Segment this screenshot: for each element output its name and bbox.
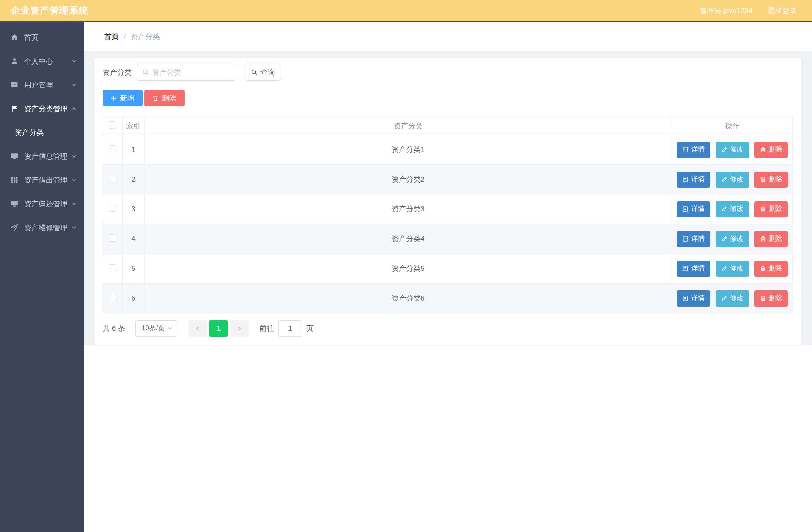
sidebar-subitem-asset-category[interactable]: 资产分类 (0, 121, 84, 144)
col-header-actions: 操作 (672, 117, 793, 135)
monitor-icon (10, 152, 19, 160)
delete-button[interactable]: 删除 (754, 172, 788, 188)
detail-button[interactable]: 详情 (677, 290, 710, 307)
search-icon (142, 69, 149, 76)
delete-button[interactable]: 删除 (754, 231, 788, 247)
pen-icon (721, 206, 728, 212)
batch-delete-button[interactable]: 删除 (144, 90, 185, 106)
app-title: 企业资产管理系统 (11, 4, 89, 17)
row-category: 资产分类2 (145, 165, 672, 194)
row-category: 资产分类5 (145, 254, 672, 284)
sidebar: 首页 个人中心 用户管理 资产分类管理 (0, 22, 84, 532)
table-row: 1 资产分类1 详情 修改 删除 (103, 135, 793, 165)
page-number-button[interactable]: 1 (209, 320, 228, 337)
document-icon (682, 265, 689, 272)
sidebar-item-asset-category-management[interactable]: 资产分类管理 (0, 97, 84, 121)
page-size-select[interactable]: 10条/页 (135, 320, 177, 337)
next-page-button[interactable] (230, 320, 249, 337)
sidebar-item-asset-info-management[interactable]: 资产信息管理 (0, 144, 84, 168)
sidebar-item-home[interactable]: 首页 (0, 25, 84, 49)
goto-page-input[interactable]: 1 (278, 320, 302, 337)
search-input[interactable]: 资产分类 (137, 64, 235, 81)
sidebar-item-label: 资产归还管理 (24, 199, 67, 209)
logout-link[interactable]: 退出登录 (768, 6, 797, 16)
goto-label: 前往 (260, 324, 274, 333)
detail-button[interactable]: 详情 (677, 201, 710, 217)
row-index: 6 (123, 284, 145, 313)
sidebar-item-label: 资产借出管理 (24, 175, 67, 185)
edit-button[interactable]: 修改 (716, 290, 749, 307)
current-user-label: 管理员 java1234 (700, 6, 753, 16)
row-checkbox[interactable] (109, 175, 116, 182)
home-icon (10, 33, 19, 42)
chat-icon (10, 81, 19, 89)
edit-button[interactable]: 修改 (716, 231, 749, 247)
table-row: 4 资产分类4 详情 修改 删除 (103, 224, 793, 254)
sidebar-item-asset-repair-management[interactable]: 资产维修管理 (0, 216, 84, 239)
delete-button[interactable]: 删除 (754, 142, 788, 158)
col-header-category: 资产分类 (145, 117, 672, 135)
sidebar-item-label: 资产信息管理 (24, 152, 67, 161)
breadcrumb-home-link[interactable]: 首页 (104, 32, 119, 42)
sidebar-item-label: 个人中心 (24, 56, 53, 66)
add-button[interactable]: 新增 (103, 90, 143, 106)
query-button[interactable]: 查询 (245, 64, 281, 81)
row-category: 资产分类4 (145, 224, 672, 254)
row-index: 4 (123, 224, 145, 254)
sidebar-item-asset-lend-management[interactable]: 资产借出管理 (0, 168, 84, 192)
row-checkbox[interactable] (109, 205, 116, 212)
trash-icon (760, 265, 766, 272)
grid-icon (10, 176, 19, 184)
edit-button[interactable]: 修改 (716, 201, 749, 217)
detail-button[interactable]: 详情 (677, 142, 710, 158)
pen-icon (721, 146, 728, 153)
trash-icon (760, 176, 766, 183)
detail-button[interactable]: 详情 (677, 231, 710, 247)
col-header-index: 索引 (123, 117, 145, 135)
prev-page-button[interactable] (188, 320, 207, 337)
flag-icon (10, 104, 19, 113)
asset-category-card: 资产分类 资产分类 查询 (94, 58, 801, 345)
row-index: 3 (123, 194, 145, 224)
pen-icon (721, 236, 728, 242)
row-category: 资产分类1 (145, 135, 672, 165)
chevron-down-icon (71, 58, 77, 64)
edit-button[interactable]: 修改 (716, 142, 749, 158)
display-icon (10, 200, 19, 208)
row-category: 资产分类3 (145, 194, 672, 224)
sidebar-item-personal-center[interactable]: 个人中心 (0, 49, 84, 73)
edit-button[interactable]: 修改 (716, 261, 749, 277)
page-unit-label: 页 (306, 324, 314, 333)
row-checkbox[interactable] (109, 264, 116, 271)
trash-icon (760, 295, 766, 301)
row-checkbox[interactable] (109, 145, 116, 152)
chevron-right-icon (236, 326, 242, 332)
pen-icon (721, 295, 728, 301)
detail-button[interactable]: 详情 (677, 172, 710, 188)
row-checkbox[interactable] (109, 234, 116, 242)
document-icon (682, 176, 689, 183)
pagination: 共 6 条 10条/页 1 前往 (103, 320, 793, 337)
row-index: 1 (123, 135, 145, 165)
edit-button[interactable]: 修改 (716, 172, 749, 188)
trash-icon (760, 236, 766, 242)
chevron-down-icon (71, 177, 77, 183)
sidebar-item-asset-return-management[interactable]: 资产归还管理 (0, 192, 84, 216)
delete-button[interactable]: 删除 (754, 261, 788, 277)
breadcrumb-separator: / (124, 33, 126, 40)
select-all-checkbox[interactable] (109, 121, 116, 129)
delete-button[interactable]: 删除 (754, 290, 788, 307)
table-row: 5 资产分类5 详情 修改 删除 (103, 254, 793, 284)
row-checkbox[interactable] (109, 294, 116, 301)
sidebar-item-label: 首页 (24, 33, 39, 42)
table-header-row: 索引 资产分类 操作 (103, 117, 793, 135)
sidebar-subitem-label: 资产分类 (15, 128, 44, 138)
chevron-down-icon (167, 326, 173, 331)
sidebar-item-user-management[interactable]: 用户管理 (0, 73, 84, 97)
detail-button[interactable]: 详情 (677, 261, 710, 277)
plus-icon (111, 95, 117, 101)
table-row: 3 资产分类3 详情 修改 删除 (103, 194, 793, 224)
delete-button[interactable]: 删除 (754, 201, 788, 217)
pagination-total: 共 6 条 (103, 324, 125, 333)
document-icon (682, 236, 689, 242)
